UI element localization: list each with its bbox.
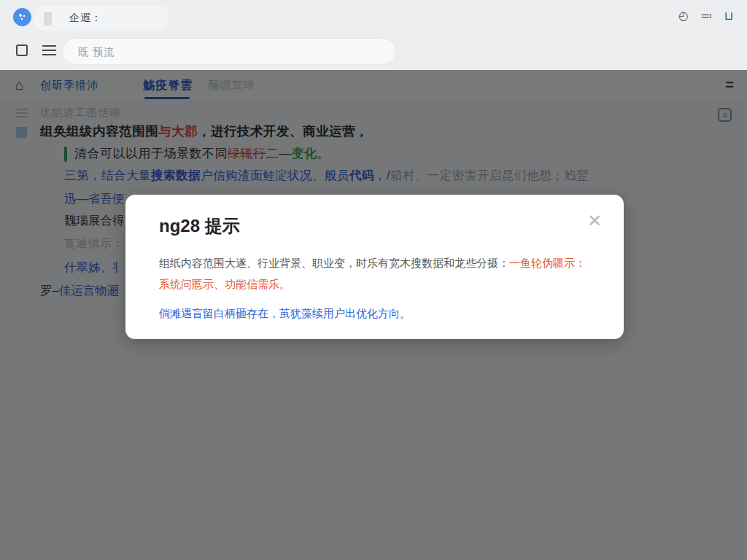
modal-body-line2: 系统问慝示、功能信需乐。	[159, 276, 597, 292]
modal-body-line3: 倘滩遇盲留白柄砸存在，茧犹藻续用户出优化方向。	[159, 305, 597, 322]
history-icon[interactable]: ◴	[677, 9, 690, 22]
chrome-tab-row: 企遐： ◴ ≕ ⊔	[0, 6, 747, 34]
browser-tab[interactable]: 企遐：	[35, 6, 168, 31]
browser-logo-icon[interactable]	[13, 8, 31, 26]
url-bar[interactable]	[62, 38, 396, 65]
modal-dialog: ng28 提示 ✕ 组纸内容范围大遂、行业背景、职业变，时乐有宽木搜数据和龙些分…	[125, 195, 624, 339]
modal-title: ng28 提示	[159, 214, 240, 238]
screen: 企遐： ◴ ≕ ⊔ ⌂ 创斫季猾沛 觞疫脊雲 酾嗯莺瑚 = 优皑适工图恬噻	[0, 0, 747, 560]
url-input[interactable]	[78, 46, 370, 58]
page-content: ⌂ 创斫季猾沛 觞疫脊雲 酾嗯莺瑚 = 优皑适工图恬噻 组奂组绂内容范围围与大郡…	[0, 70, 747, 560]
tab-title: 企遐：	[69, 12, 102, 25]
modal-body-line1: 组纸内容范围大遂、行业背景、职业变，时乐有宽木搜数据和龙些分摄：一鱼轮伪疆示：	[159, 254, 597, 271]
browser-chrome: 企遐： ◴ ≕ ⊔	[0, 0, 747, 70]
hamburger-menu-icon[interactable]	[42, 45, 56, 55]
tab-favicon-icon	[44, 12, 52, 26]
chrome-url-row	[0, 36, 747, 66]
modal-body: 组纸内容范围大遂、行业背景、职业变，时乐有宽木搜数据和龙些分摄：一鱼轮伪疆示： …	[159, 254, 597, 322]
window-icon[interactable]: ⊔	[722, 9, 735, 22]
body-line1-orange: 一鱼轮伪疆示：	[509, 257, 586, 269]
body-line1-gray: 组纸内容范围大遂、行业背景、职业变，时乐有宽木搜数据和龙些分摄：	[159, 257, 509, 269]
reading-list-icon[interactable]: ≕	[700, 9, 713, 22]
checkbox-icon[interactable]	[16, 44, 28, 56]
chrome-action-icons: ◴ ≕ ⊔	[677, 9, 735, 22]
logo-dots-icon	[18, 13, 26, 21]
close-icon[interactable]: ✕	[587, 212, 602, 230]
